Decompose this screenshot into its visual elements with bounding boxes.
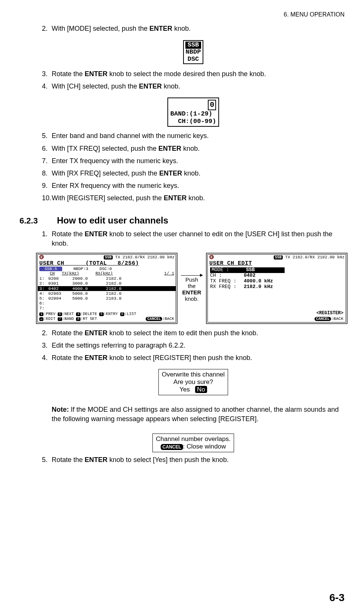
band-ch-box: 0 BAND:(1-29) CH:(00-99) (167, 98, 219, 127)
step-text: With [CH] selected, push the ENTER knob. (52, 82, 180, 91)
step: 6.With [TX FREQ] selected, push the ENTE… (42, 144, 345, 153)
column-headers: CH TX(kHz) RX(kHz) 1/ 1 (38, 271, 176, 276)
freq-readout: TX 2182.0/RX 2182.00 kHz (115, 255, 175, 260)
ssb-badge: SSB (274, 255, 283, 260)
overlap-dialog: Channel number overlaps. CANCEL: Close w… (152, 434, 234, 452)
step: 4.Rotate the ENTER knob to select [REGIS… (42, 353, 345, 363)
steps-2-4-edit: 2.Rotate the ENTER knob to select the it… (42, 328, 345, 363)
dialog-line: : Close window (183, 443, 226, 450)
step: 10.With [REGISTER] selected, push the EN… (42, 194, 345, 203)
step-1-edit: 1.Rotate the ENTER knob to select the us… (42, 230, 345, 248)
key-icon: 1 (39, 312, 43, 316)
mode-ssb-sel: SSB (185, 42, 201, 49)
step-text: Enter band and band channel with the num… (52, 131, 209, 141)
table-row[interactable]: 7: (38, 306, 176, 310)
steps-5-10: 5.Enter band and band channel with the n… (42, 131, 345, 203)
step: 2. With [MODE] selected, push the ENTER … (42, 24, 345, 33)
key-icon: ↵ (39, 317, 43, 321)
step-num: 4. (42, 82, 52, 91)
section-number: 6.2.3 (19, 216, 57, 226)
key-icon: 5 (58, 312, 62, 316)
steps-3-4: 3. Rotate the ENTER knob to select the m… (42, 69, 345, 91)
step-text: Edit the settings referring to paragraph… (52, 341, 185, 350)
key-icon: 6 (120, 312, 124, 316)
edit-field[interactable]: MODE :SSB (210, 267, 343, 273)
screen-title: USER CH EDIT (208, 260, 346, 267)
table-row[interactable]: 1:0200 2000.0 2182.0 (38, 276, 176, 281)
band-line1: BAND:(1-29) (170, 110, 216, 118)
step-text: With [TX FREQ] selected, push the ENTER … (52, 144, 200, 153)
tab-dsc[interactable]: DSC:0 (100, 267, 112, 272)
freq-readout: TX 2182.0/RX 2182.00 kHz (285, 255, 345, 260)
step: 7.Enter TX frequency with the numeric ke… (42, 156, 345, 166)
band-line2: CH:(00-99) (170, 118, 216, 125)
tab-nbdp[interactable]: NBDP:3 (73, 267, 88, 272)
step: 1.Rotate the ENTER knob to select the us… (42, 230, 345, 248)
cancel-icon: CANCEL (315, 317, 331, 321)
tab-ssb[interactable]: SSB:5 (39, 267, 62, 272)
step: 2.Rotate the ENTER knob to select the it… (42, 328, 345, 338)
step: 3.Edit the settings referring to paragra… (42, 341, 345, 350)
step-text: Rotate the ENTER knob to select [REGISTE… (52, 353, 252, 363)
page: 6. MENU OPERATION 2. With [MODE] selecte… (0, 0, 364, 615)
step-num: 2. (42, 24, 52, 33)
key-icon: 4 (76, 312, 80, 316)
step-text: With [MODE] selected, push the ENTER kno… (52, 24, 191, 33)
table-row[interactable]: 4:02903 5000.0 2182.0 (38, 291, 176, 296)
register-button[interactable]: <REGISTER> (208, 309, 346, 317)
step: 9.Enter RX frequency with the numeric ke… (42, 181, 345, 190)
mode-option: NBDP (186, 48, 201, 56)
screen-title: USER CH (TOTAL 8/256) (38, 260, 176, 267)
back-label: :BACK (331, 316, 343, 321)
key-icon: 5 (99, 312, 103, 316)
no-button[interactable]: No (195, 386, 207, 393)
footer-keys-1: 1:PREV 5:NEXT 4:DELETE 5:ENTRY 6:LIST ↵:… (38, 311, 176, 322)
step-text: Enter TX frequency with the numeric keys… (52, 156, 178, 166)
dialog-line: Channel number overlaps. (156, 435, 230, 443)
step-text: Rotate the ENTER knob to select the user… (52, 230, 345, 248)
step: 5.Enter band and band channel with the n… (42, 131, 345, 141)
step: 5.Rotate the ENTER knob to select [Yes] … (42, 455, 345, 465)
page-number: 6-3 (330, 592, 345, 604)
step-text: Rotate the ENTER knob to select the item… (52, 328, 258, 338)
arrow-icon (181, 275, 203, 276)
overwrite-dialog: Overwrite this channel Are you sure? Yes… (158, 369, 228, 395)
cancel-icon: CANCEL (146, 317, 162, 321)
speaker-icon: 🔇 (39, 255, 44, 260)
tab-bar: SSB:5 NBDP:3 DSC:0 (38, 267, 176, 272)
chapter-header: 6. MENU OPERATION (19, 11, 345, 18)
note-text: Note: If the MODE and CH settings are al… (52, 405, 345, 424)
step: 8.With [RX FREQ] selected, push the ENTE… (42, 169, 345, 178)
step-text: With [RX FREQ] selected, push the ENTER … (52, 169, 200, 178)
step-text: Rotate the ENTER knob to select the mode… (52, 69, 266, 79)
dialog-line: Are you sure? (162, 378, 225, 386)
table-row[interactable]: 3:0402 4000.0 2182.0 (38, 286, 176, 291)
yes-button[interactable]: Yes (179, 386, 190, 393)
step: 4. With [CH] selected, push the ENTER kn… (42, 82, 345, 91)
table-row[interactable]: 2:0301 3000.0 2182.0 (38, 281, 176, 286)
dialog-line: Overwrite this channel (162, 371, 225, 378)
step: 3. Rotate the ENTER knob to select the m… (42, 69, 345, 79)
step-num: 3. (42, 69, 52, 79)
table-row[interactable]: 5:02904 5000.0 2183.0 (38, 296, 176, 301)
user-ch-edit-screen: 🔇SSB TX 2182.0/RX 2182.00 kHz USER CH ED… (206, 253, 348, 324)
arrow-annotation: Push the ENTER knob. (181, 275, 203, 302)
step-text: Enter RX frequency with the numeric keys… (52, 181, 179, 190)
speaker-icon: 🔇 (209, 255, 214, 260)
zero-digit: 0 (208, 100, 216, 110)
key-icon: 7 (58, 317, 62, 321)
edit-field[interactable]: RX FREQ :2182.0 kHz (210, 284, 343, 290)
user-ch-list-screen: 🔇SSB TX 2182.0/RX 2182.00 kHz USER CH (T… (36, 253, 178, 324)
ssb-badge: SSB (104, 255, 113, 260)
mode-select-box: SSB NBDP DSC (183, 40, 204, 64)
step-text: With [REGISTER] selected, push the ENTER… (52, 194, 205, 203)
step-5-edit: 5.Rotate the ENTER knob to select [Yes] … (42, 455, 345, 465)
key-icon: 8 (76, 317, 80, 321)
table-row[interactable]: 6: (38, 301, 176, 306)
edit-field[interactable]: TX FREQ :4000.0 kHz (210, 279, 343, 284)
steps-2: 2. With [MODE] selected, push the ENTER … (42, 24, 345, 33)
edit-field[interactable]: CH :0402 (210, 273, 343, 279)
step-text: Rotate the ENTER knob to select [Yes] th… (52, 455, 229, 465)
cancel-icon: CANCEL (161, 444, 183, 450)
section-title: How to edit user channels (57, 215, 168, 226)
